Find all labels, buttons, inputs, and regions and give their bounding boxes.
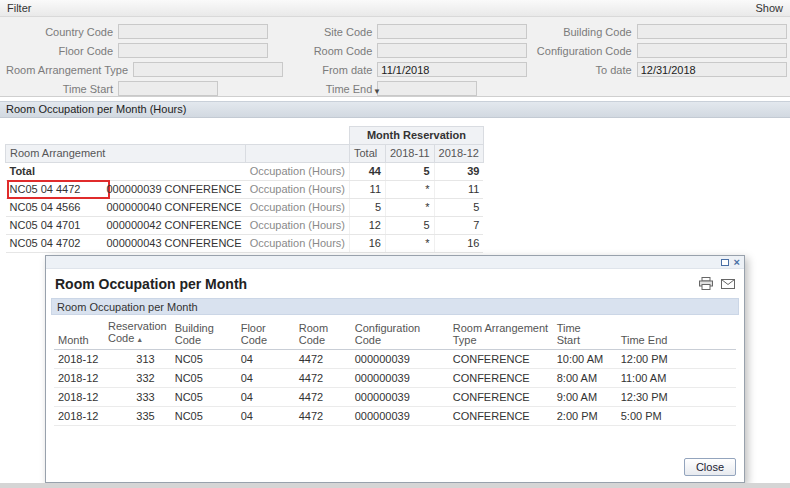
measure-column-header: [246, 145, 350, 163]
floor-code-header[interactable]: Floor Code: [237, 318, 295, 350]
room-code-input[interactable]: [377, 43, 527, 58]
cell-room-arrangement[interactable]: Total: [6, 163, 246, 181]
dialog-title-row: Room Occupation per Month: [46, 269, 744, 298]
cell-time-start: 9:00 AM: [553, 388, 617, 407]
month-header[interactable]: Month: [54, 318, 104, 350]
cell-measure: Occupation (Hours): [246, 235, 350, 253]
cell-time-start: 8:00 AM: [553, 369, 617, 388]
cell-total[interactable]: 44: [350, 163, 386, 181]
cell-configuration-code: 000000039: [351, 388, 449, 407]
cell-total[interactable]: 5: [350, 199, 386, 217]
cell-total[interactable]: 16: [350, 235, 386, 253]
from-date-label: From date: [265, 64, 377, 76]
cell-room-arrangement-type: CONFERENCE: [449, 388, 553, 407]
reservation-code-header[interactable]: Reservation Code▲: [104, 318, 171, 350]
dialog-table-row: 2018-12 313 NC05 04 4472 000000039 CONFE…: [54, 350, 736, 369]
cell-room-code: 4472: [295, 350, 351, 369]
configuration-code-input[interactable]: [637, 43, 787, 58]
cell-floor-code: 04: [237, 369, 295, 388]
configuration-code-header[interactable]: Configuration Code: [351, 318, 449, 350]
pivot-corner-spacer: [6, 127, 350, 145]
pivot-row[interactable]: NC05 04 4566000000040 CONFERENCE Occupat…: [6, 199, 484, 217]
cell-room-arrangement[interactable]: NC05 04 4701000000042 CONFERENCE: [6, 217, 246, 235]
cell-configuration-code: 000000039: [351, 350, 449, 369]
site-code-label: Site Code: [265, 26, 377, 38]
cell-month: 2018-12: [54, 350, 104, 369]
room-arrangement-type-header[interactable]: Room Arrangement Type: [449, 318, 553, 350]
room-arrangement-code: NC05 04 4472: [10, 183, 107, 196]
email-icon[interactable]: [721, 279, 735, 289]
month-reservation-group-header: Month Reservation: [350, 127, 484, 145]
dialog-table: Month Reservation Code▲ Building Code Fl…: [54, 318, 736, 426]
field-room-code: Room Code: [265, 43, 524, 58]
close-button[interactable]: Close: [684, 458, 736, 476]
field-building-code: Building Code: [525, 24, 784, 39]
window-close-icon[interactable]: ×: [734, 257, 740, 267]
pivot-row[interactable]: NC05 04 4472000000039 CONFERENCE Occupat…: [6, 181, 484, 199]
time-end-input[interactable]: [377, 81, 477, 96]
cell-total[interactable]: 11: [350, 181, 386, 199]
field-from-date: From date: [265, 62, 524, 77]
site-code-input[interactable]: [377, 24, 527, 39]
cell-2018-12[interactable]: 11: [434, 181, 483, 199]
month-2018-12-column-header: 2018-12: [434, 145, 483, 163]
cell-month: 2018-12: [54, 369, 104, 388]
cell-time-end: 5:00 PM: [617, 407, 736, 426]
chevron-down-icon[interactable]: ▼: [373, 88, 381, 96]
time-start-input[interactable]: [118, 81, 218, 96]
pivot-row[interactable]: NC05 04 4702000000043 CONFERENCE Occupat…: [6, 235, 484, 253]
cell-2018-12[interactable]: 16: [434, 235, 483, 253]
room-code-header[interactable]: Room Code: [295, 318, 351, 350]
room-arrangement-type-input[interactable]: [133, 62, 283, 77]
cell-2018-12[interactable]: 39: [434, 163, 483, 181]
maximize-icon[interactable]: [721, 259, 729, 266]
cell-floor-code: 04: [237, 407, 295, 426]
cell-configuration-code: 000000039: [351, 407, 449, 426]
floor-code-input[interactable]: [118, 43, 268, 58]
configuration-code-label: Configuration Code: [525, 45, 637, 57]
time-end-header[interactable]: Time End: [617, 318, 736, 350]
cell-2018-11[interactable]: 5: [386, 217, 435, 235]
page-bottom-edge: [0, 483, 790, 488]
cell-2018-11[interactable]: *: [386, 199, 435, 217]
cell-building-code: NC05: [171, 407, 237, 426]
field-time-start: Time Start: [6, 81, 265, 96]
building-code-header[interactable]: Building Code: [171, 318, 237, 350]
room-arrangement-suffix: 000000043 CONFERENCE: [107, 237, 242, 249]
cell-room-arrangement[interactable]: NC05 04 4702000000043 CONFERENCE: [6, 235, 246, 253]
cell-2018-11[interactable]: *: [386, 235, 435, 253]
pivot-row[interactable]: Total Occupation (Hours) 44 5 39: [6, 163, 484, 181]
building-code-input[interactable]: [637, 24, 787, 39]
cell-room-arrangement[interactable]: NC05 04 4566000000040 CONFERENCE: [6, 199, 246, 217]
cell-total[interactable]: 12: [350, 217, 386, 235]
total-column-header: Total: [350, 145, 386, 163]
cell-2018-12[interactable]: 5: [434, 199, 483, 217]
pivot-row[interactable]: NC05 04 4701000000042 CONFERENCE Occupat…: [6, 217, 484, 235]
from-date-input[interactable]: [377, 62, 527, 77]
cell-2018-12[interactable]: 7: [434, 217, 483, 235]
country-code-input[interactable]: [118, 24, 268, 39]
cell-room-code: 4472: [295, 369, 351, 388]
cell-configuration-code: 000000039: [351, 369, 449, 388]
cell-reservation-code: 335: [104, 407, 171, 426]
cell-floor-code: 04: [237, 388, 295, 407]
field-room-arrangement-type: Room Arrangement Type: [6, 62, 265, 77]
show-button[interactable]: Show: [755, 2, 783, 14]
cell-room-arrangement[interactable]: NC05 04 4472000000039 CONFERENCE: [6, 181, 246, 199]
cell-reservation-code: 333: [104, 388, 171, 407]
filter-body: Country Code Site Code Building Code Flo…: [0, 17, 790, 98]
print-icon[interactable]: [699, 277, 713, 290]
cell-2018-11[interactable]: 5: [386, 163, 435, 181]
cell-time-end: 12:00 PM: [617, 350, 736, 369]
cell-building-code: NC05: [171, 388, 237, 407]
field-country-code: Country Code: [6, 24, 265, 39]
cell-measure: Occupation (Hours): [246, 199, 350, 217]
building-code-label: Building Code: [525, 26, 637, 38]
to-date-input[interactable]: [637, 62, 787, 77]
room-arrangement-suffix: 000000039 CONFERENCE: [107, 183, 242, 195]
cell-month: 2018-12: [54, 388, 104, 407]
cell-2018-11[interactable]: *: [386, 181, 435, 199]
time-start-header[interactable]: Time Start: [553, 318, 617, 350]
room-arrangement-code: NC05 04 4701: [10, 219, 107, 232]
field-time-end: Time End: [265, 81, 524, 96]
